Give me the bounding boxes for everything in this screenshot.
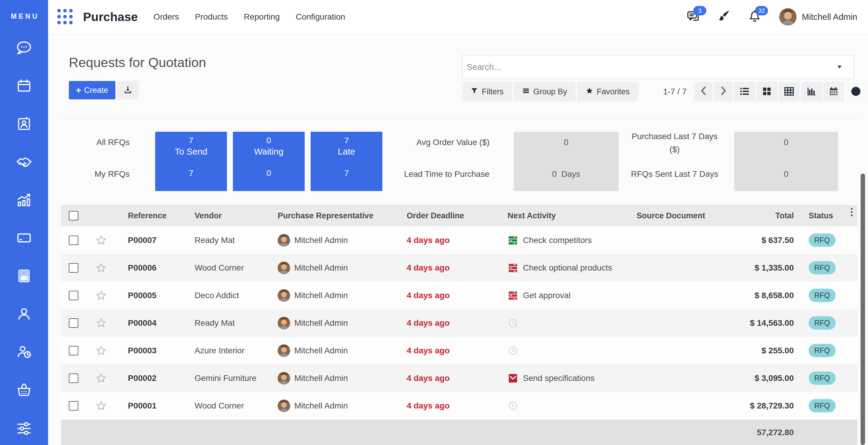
theme-brush-button[interactable] (717, 9, 731, 24)
activity-mail-icon[interactable] (507, 373, 518, 384)
row-checkbox[interactable] (69, 235, 78, 245)
table-row[interactable]: P00005 Deco Addict Mitchell Admin 4 days… (61, 282, 857, 309)
menu-configuration[interactable]: Configuration (288, 12, 353, 22)
next-activity[interactable]: Send specifications (507, 364, 594, 392)
messages-button[interactable]: 3 (686, 9, 700, 24)
favorite-star-icon[interactable] (95, 254, 107, 282)
sidebar-item-expenses[interactable] (16, 230, 33, 247)
table-row[interactable]: P00003 Azure Interior Mitchell Admin 4 d… (61, 337, 857, 364)
favorite-star-icon[interactable] (95, 309, 107, 337)
menu-toggle[interactable]: MENU (9, 12, 39, 21)
view-pivot-button[interactable] (779, 82, 800, 101)
notifications-button[interactable]: 32 (748, 9, 762, 24)
filters-button[interactable]: Filters (462, 82, 512, 101)
next-activity[interactable] (507, 392, 523, 419)
activity-tasks-red-icon[interactable] (507, 262, 518, 273)
next-activity[interactable] (507, 309, 523, 337)
table-row[interactable]: P00006 Wood Corner Mitchell Admin 4 days… (61, 254, 857, 282)
row-checkbox[interactable] (69, 401, 78, 411)
col-header-deadline[interactable]: Order Deadline (407, 205, 464, 226)
sidebar-item-accounting[interactable] (16, 268, 33, 285)
app-screen: MENU (0, 0, 868, 445)
group-by-bars-icon (522, 87, 530, 97)
table-row[interactable]: P00007 Ready Mat Mitchell Admin 4 days a… (61, 226, 857, 254)
row-checkbox[interactable] (69, 346, 78, 355)
menu-orders[interactable]: Orders (146, 12, 187, 22)
tile-late[interactable]: 7 Late 7 (311, 132, 382, 191)
app-title[interactable]: Purchase (83, 10, 138, 24)
favorite-star-icon[interactable] (95, 337, 107, 364)
sidebar-item-contacts[interactable] (16, 116, 33, 133)
user-avatar[interactable] (779, 8, 797, 26)
view-activity-button[interactable] (845, 82, 866, 101)
row-checkbox[interactable] (69, 263, 78, 273)
activity-tasks-green-icon[interactable] (507, 235, 518, 246)
sidebar-item-calendar[interactable] (16, 78, 33, 95)
search-input[interactable] (463, 56, 854, 78)
filter-funnel-icon (470, 87, 478, 97)
vertical-scrollbar[interactable] (861, 173, 865, 445)
col-header-reference[interactable]: Reference (128, 205, 167, 226)
view-kanban-button[interactable] (756, 82, 777, 101)
activity-clock-icon[interactable] (507, 345, 518, 356)
filter-all-rfqs[interactable]: All RFQs (48, 138, 130, 147)
create-button[interactable]: + Create (69, 81, 115, 99)
user-name[interactable]: Mitchell Admin (802, 12, 857, 22)
sidebar-item-crm[interactable] (16, 154, 33, 171)
sidebar-item-discuss[interactable] (16, 40, 33, 57)
col-header-rep[interactable]: Purchase Representative (278, 205, 373, 226)
activity-tasks-red-icon[interactable] (507, 290, 518, 301)
row-checkbox[interactable] (69, 374, 78, 383)
pager-previous-button[interactable] (694, 82, 713, 101)
col-header-activity[interactable]: Next Activity (507, 205, 556, 226)
group-by-button[interactable]: Group By (514, 82, 576, 101)
next-activity[interactable] (507, 337, 523, 364)
activity-clock-icon[interactable] (507, 401, 518, 411)
sidebar-item-sales[interactable] (16, 192, 33, 209)
contacts-icon (16, 116, 33, 134)
tile-waiting[interactable]: 0 Waiting 0 (233, 132, 305, 191)
menu-reporting[interactable]: Reporting (236, 12, 288, 22)
apps-menu-icon[interactable] (57, 9, 73, 25)
search-dropdown-caret-icon[interactable] (837, 66, 842, 68)
rfq-reference: P00002 (128, 364, 157, 392)
optional-columns-icon[interactable] (851, 208, 852, 216)
sidebar-item-employees[interactable] (16, 306, 33, 323)
calendar-view-icon (828, 86, 839, 98)
row-checkbox[interactable] (69, 291, 78, 300)
sidebar-item-purchase[interactable] (16, 382, 33, 399)
favorite-star-icon[interactable] (95, 364, 107, 392)
rep-avatar (278, 400, 290, 412)
next-activity[interactable]: Check competitors (507, 226, 592, 254)
export-button[interactable] (117, 81, 139, 99)
sidebar-item-attendance[interactable] (16, 344, 33, 361)
next-activity[interactable]: Get approval (507, 282, 570, 309)
menu-products[interactable]: Products (187, 12, 236, 22)
view-list-button[interactable] (734, 82, 755, 101)
sidebar-item-settings[interactable] (16, 420, 33, 437)
crm-handshake-icon (16, 153, 33, 172)
purchase-basket-icon (16, 381, 33, 400)
paintbrush-icon (717, 9, 731, 24)
favorite-star-icon[interactable] (95, 226, 107, 254)
col-header-vendor[interactable]: Vendor (195, 205, 222, 226)
tile-to-send[interactable]: 7 To Send 7 (155, 132, 227, 191)
row-checkbox[interactable] (69, 318, 78, 328)
kpi-rfqs-sent-last7-label: RFQs Sent Last 7 Days (630, 169, 719, 179)
col-header-status[interactable]: Status (809, 205, 833, 226)
col-header-total[interactable]: Total (775, 205, 794, 226)
favorite-star-icon[interactable] (95, 392, 107, 419)
table-row[interactable]: P00001 Wood Corner Mitchell Admin 4 days… (61, 392, 857, 419)
favorites-button[interactable]: Favorites (577, 82, 638, 101)
favorite-star-icon[interactable] (95, 282, 107, 309)
activity-clock-icon[interactable] (507, 318, 518, 328)
select-all-checkbox[interactable] (69, 211, 78, 220)
table-row[interactable]: P00004 Ready Mat Mitchell Admin 4 days a… (61, 309, 857, 337)
filter-my-rfqs[interactable]: My RFQs (48, 169, 130, 179)
next-activity[interactable]: Check optional products (507, 254, 612, 282)
view-calendar-button[interactable] (823, 82, 844, 101)
view-graph-button[interactable] (801, 82, 822, 101)
col-header-source[interactable]: Source Document (637, 205, 705, 226)
table-row[interactable]: P00002 Gemini Furniture Mitchell Admin 4… (61, 364, 857, 392)
pager-next-button[interactable] (714, 82, 733, 101)
